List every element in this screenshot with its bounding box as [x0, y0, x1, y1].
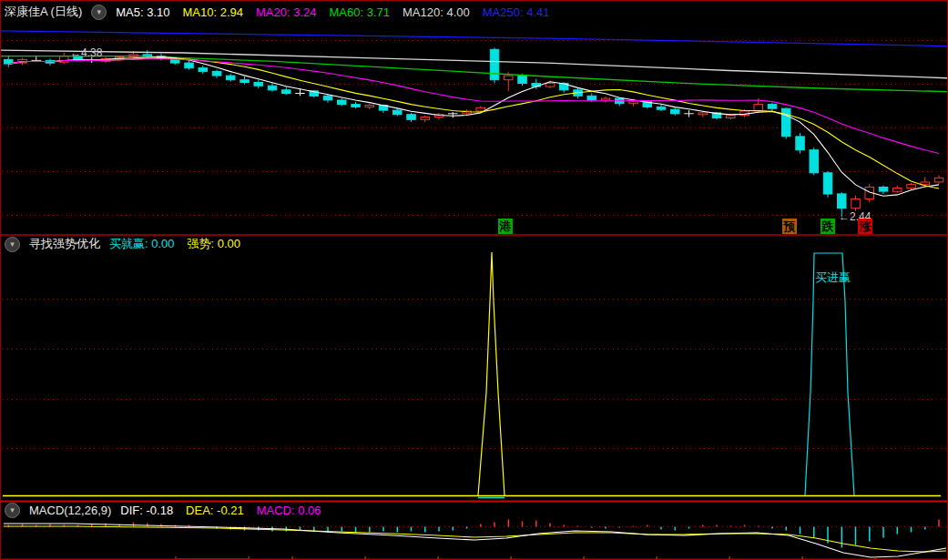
short-ma-lines: [8, 57, 939, 197]
long-ma-lines: [1, 31, 948, 92]
macd-chart: [3, 520, 947, 558]
app-window: 深康佳A (日线) ▾ MA5: 3.10MA10: 2.94MA20: 3.2…: [0, 0, 948, 560]
bottom-axis: [2, 556, 948, 560]
strength-spike: [478, 252, 505, 495]
dif-line: [4, 524, 946, 557]
signal-tag: 预: [782, 219, 797, 234]
signal-tag: 港: [498, 219, 513, 234]
indicator-chart: 买进赢: [3, 252, 941, 498]
charts-canvas[interactable]: 买进赢 ←4.38←2.44: [1, 1, 948, 560]
signal-tag: 跌: [821, 219, 835, 234]
gridlines: [3, 41, 947, 449]
price-annotation: ←4.38: [70, 46, 103, 59]
price-annotations: ←4.38←2.44: [70, 46, 872, 223]
buy-win-tower: [805, 253, 854, 495]
dea-line: [4, 526, 946, 552]
buy-win-label: 买进赢: [815, 270, 851, 284]
panel-dividers: [1, 235, 948, 502]
signal-tag: 涨: [858, 219, 872, 234]
